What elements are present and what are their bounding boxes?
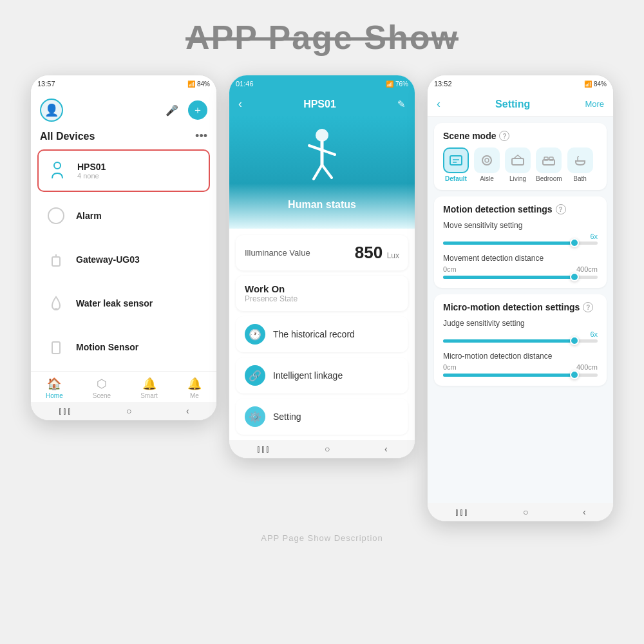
- page-title: APP Page Show: [185, 18, 459, 57]
- nav-scene-label: Scene: [93, 392, 111, 399]
- device-icon-alarm: [44, 204, 68, 228]
- scene-mode-living-label: Living: [509, 175, 526, 182]
- svg-point-0: [54, 162, 61, 169]
- illuminance-label: Illuminance Value: [245, 248, 310, 258]
- more-options-icon[interactable]: •••: [195, 129, 207, 143]
- nav-smart[interactable]: 🔔 Smart: [140, 377, 158, 399]
- micro-motion-card: Micro-motion detection settings ? Judge …: [434, 294, 607, 386]
- device-icon-gateway: [44, 247, 68, 272]
- svg-point-14: [482, 156, 491, 165]
- device-info-hps01: HPS01 4 none: [77, 162, 106, 180]
- phone2-nav-title: HPS01: [303, 99, 336, 110]
- signal-icon: 📶: [187, 80, 195, 88]
- phone3-sys-recent[interactable]: ⫿⫿⫿: [455, 507, 468, 517]
- edit-icon[interactable]: ✎: [397, 99, 406, 110]
- movement-distance-track[interactable]: [443, 276, 598, 279]
- illuminance-row: Illuminance Value 850 Lux: [245, 243, 399, 263]
- device-icon-motion: [44, 335, 68, 359]
- device-item-waterleak[interactable]: Water leak sensor: [37, 283, 210, 323]
- menu-item-linkage[interactable]: 🔗 Intelligent linkage: [236, 357, 408, 393]
- micro-distance-label: Micro-motion detection distance: [443, 352, 598, 361]
- device-name-alarm: Alarm: [76, 211, 102, 221]
- movement-distance-label: Movement detection distance: [443, 254, 598, 263]
- movement-distance-max: 400cm: [576, 265, 598, 273]
- motion-help-icon[interactable]: ?: [556, 204, 566, 214]
- menu-item-setting[interactable]: ⚙️ Setting: [236, 399, 408, 435]
- device-info-waterleak: Water leak sensor: [76, 298, 153, 308]
- phone3-battery: 84%: [594, 80, 607, 88]
- sys-home[interactable]: ○: [126, 406, 131, 416]
- scene-modes: Default Aisle Living: [443, 147, 598, 182]
- scene-mode-card: Scene mode ? Default: [434, 123, 607, 190]
- svg-line-9: [314, 165, 322, 179]
- work-on-sub: Presence State: [245, 294, 399, 303]
- micro-motion-title: Micro-motion detection settings ?: [443, 302, 598, 312]
- svg-line-8: [322, 150, 335, 155]
- nav-smart-label: Smart: [140, 392, 158, 399]
- add-button[interactable]: ＋: [188, 100, 207, 120]
- sys-back[interactable]: ‹: [186, 406, 189, 416]
- setting-body: Scene mode ? Default: [428, 117, 613, 503]
- phone2-hero: Human status: [229, 116, 415, 229]
- nav-home[interactable]: 🏠 Home: [46, 377, 63, 399]
- svg-rect-16: [512, 158, 524, 165]
- scene-mode-living-icon: [505, 147, 531, 173]
- header-icons: 🎤 ＋: [162, 100, 207, 120]
- nav-me[interactable]: 🔔 Me: [187, 377, 202, 399]
- phone3-nav-bar: ‹ Setting More: [428, 92, 613, 117]
- judge-sensitivity-track[interactable]: [443, 339, 598, 343]
- svg-rect-19: [549, 157, 553, 160]
- phone3-status-bar: 13:52 📶 84%: [428, 75, 613, 92]
- device-name-gateway: Gateway-UG03: [76, 254, 140, 265]
- device-info-gateway: Gateway-UG03: [76, 254, 140, 265]
- phone3: 13:52 📶 84% ‹ Setting More Scene mode ?: [427, 75, 614, 522]
- phone3-sys-home[interactable]: ○: [523, 507, 528, 517]
- micro-motion-help-icon[interactable]: ?: [583, 302, 593, 312]
- phone2-sys-btns: ⫿⫿⫿ ○ ‹: [229, 440, 415, 458]
- human-figure-icon: [299, 128, 345, 195]
- device-icon-waterleak: [44, 291, 68, 316]
- illuminance-value: 850: [355, 243, 383, 262]
- human-status-text: Human status: [288, 199, 356, 211]
- phone2-sys-home[interactable]: ○: [325, 444, 330, 454]
- scene-mode-help-icon[interactable]: ?: [499, 131, 509, 141]
- avatar[interactable]: 👤: [40, 99, 63, 122]
- device-item-alarm[interactable]: Alarm: [37, 196, 210, 236]
- micro-distance-min: 0cm: [443, 363, 457, 371]
- svg-line-7: [309, 146, 322, 150]
- phone2-sys-recent[interactable]: ⫿⫿⫿: [256, 444, 270, 454]
- scene-mode-bath[interactable]: Bath: [567, 147, 593, 182]
- phone2-nav-bar: ‹ HPS01 ✎: [229, 92, 415, 116]
- phone1-time: 13:57: [37, 80, 55, 88]
- battery-label: 84%: [197, 80, 210, 88]
- scene-icon: ⬡: [97, 377, 107, 391]
- move-sensitivity-track[interactable]: [443, 242, 598, 245]
- menu-item-historical[interactable]: 🕐 The historical record: [236, 316, 408, 352]
- historical-icon: 🕐: [245, 324, 265, 345]
- phone3-sys-back[interactable]: ‹: [583, 507, 586, 517]
- footer-text: APP Page Show Description: [261, 533, 383, 543]
- svg-rect-4: [52, 342, 60, 354]
- scene-mode-bedroom[interactable]: Bedroom: [536, 147, 562, 182]
- scene-mode-title: Scene mode ?: [443, 131, 598, 141]
- nav-me-label: Me: [190, 392, 199, 399]
- device-item-gateway[interactable]: Gateway-UG03: [37, 240, 210, 279]
- phone2-sys-back[interactable]: ‹: [384, 444, 388, 454]
- devices-title: All Devices: [40, 131, 95, 142]
- scene-mode-aisle[interactable]: Aisle: [474, 147, 500, 182]
- device-item-motion[interactable]: Motion Sensor: [37, 327, 210, 367]
- device-item-hps01[interactable]: HPS01 4 none: [37, 149, 210, 192]
- micro-distance-track[interactable]: [443, 374, 598, 377]
- more-button[interactable]: More: [585, 99, 604, 109]
- phone2-status-icons: 📶 76%: [386, 80, 408, 88]
- nav-scene[interactable]: ⬡ Scene: [93, 377, 111, 399]
- svg-line-10: [322, 165, 332, 178]
- scene-mode-default[interactable]: Default: [443, 147, 469, 182]
- mic-button[interactable]: 🎤: [162, 100, 182, 120]
- phone3-back-button[interactable]: ‹: [437, 97, 440, 111]
- sys-recent[interactable]: ⫿⫿⫿: [58, 406, 71, 416]
- phone3-time: 13:52: [434, 80, 452, 88]
- scene-mode-living[interactable]: Living: [505, 147, 531, 182]
- scene-mode-bedroom-label: Bedroom: [536, 175, 562, 182]
- phone2-back-button[interactable]: ‹: [238, 97, 242, 111]
